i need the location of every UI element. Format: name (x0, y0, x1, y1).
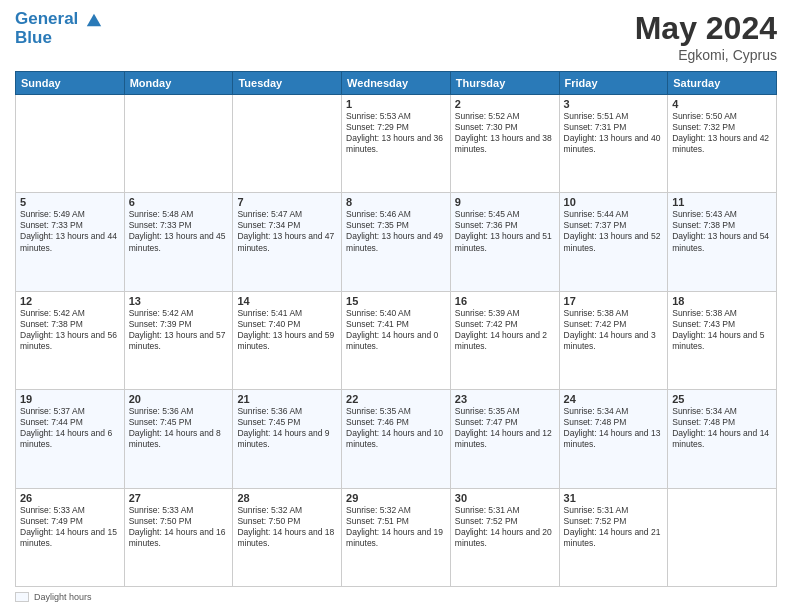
calendar-cell-1-4: 9Sunrise: 5:45 AM Sunset: 7:36 PM Daylig… (450, 193, 559, 291)
calendar-cell-4-4: 30Sunrise: 5:31 AM Sunset: 7:52 PM Dayli… (450, 488, 559, 586)
calendar-cell-2-6: 18Sunrise: 5:38 AM Sunset: 7:43 PM Dayli… (668, 291, 777, 389)
footer: Daylight hours (15, 592, 777, 602)
day-info: Sunrise: 5:43 AM Sunset: 7:38 PM Dayligh… (672, 209, 772, 253)
day-number: 17 (564, 295, 664, 307)
calendar-table: SundayMondayTuesdayWednesdayThursdayFrid… (15, 71, 777, 587)
day-info: Sunrise: 5:31 AM Sunset: 7:52 PM Dayligh… (564, 505, 664, 549)
page: General Blue May 2024 Egkomi, Cyprus Sun… (0, 0, 792, 612)
svg-marker-0 (87, 13, 101, 26)
day-info: Sunrise: 5:31 AM Sunset: 7:52 PM Dayligh… (455, 505, 555, 549)
header: General Blue May 2024 Egkomi, Cyprus (15, 10, 777, 63)
day-info: Sunrise: 5:51 AM Sunset: 7:31 PM Dayligh… (564, 111, 664, 155)
calendar-cell-2-0: 12Sunrise: 5:42 AM Sunset: 7:38 PM Dayli… (16, 291, 125, 389)
calendar-cell-4-2: 28Sunrise: 5:32 AM Sunset: 7:50 PM Dayli… (233, 488, 342, 586)
calendar-cell-0-3: 1Sunrise: 5:53 AM Sunset: 7:29 PM Daylig… (342, 95, 451, 193)
day-info: Sunrise: 5:47 AM Sunset: 7:34 PM Dayligh… (237, 209, 337, 253)
day-number: 10 (564, 196, 664, 208)
calendar-cell-3-4: 23Sunrise: 5:35 AM Sunset: 7:47 PM Dayli… (450, 390, 559, 488)
calendar-cell-1-6: 11Sunrise: 5:43 AM Sunset: 7:38 PM Dayli… (668, 193, 777, 291)
day-info: Sunrise: 5:33 AM Sunset: 7:50 PM Dayligh… (129, 505, 229, 549)
day-info: Sunrise: 5:37 AM Sunset: 7:44 PM Dayligh… (20, 406, 120, 450)
week-row-2: 12Sunrise: 5:42 AM Sunset: 7:38 PM Dayli… (16, 291, 777, 389)
calendar-cell-2-1: 13Sunrise: 5:42 AM Sunset: 7:39 PM Dayli… (124, 291, 233, 389)
day-number: 15 (346, 295, 446, 307)
calendar-cell-2-4: 16Sunrise: 5:39 AM Sunset: 7:42 PM Dayli… (450, 291, 559, 389)
calendar-cell-2-5: 17Sunrise: 5:38 AM Sunset: 7:42 PM Dayli… (559, 291, 668, 389)
day-info: Sunrise: 5:40 AM Sunset: 7:41 PM Dayligh… (346, 308, 446, 352)
day-number: 6 (129, 196, 229, 208)
day-info: Sunrise: 5:32 AM Sunset: 7:50 PM Dayligh… (237, 505, 337, 549)
day-number: 23 (455, 393, 555, 405)
day-info: Sunrise: 5:33 AM Sunset: 7:49 PM Dayligh… (20, 505, 120, 549)
day-info: Sunrise: 5:49 AM Sunset: 7:33 PM Dayligh… (20, 209, 120, 253)
day-info: Sunrise: 5:35 AM Sunset: 7:47 PM Dayligh… (455, 406, 555, 450)
day-number: 16 (455, 295, 555, 307)
day-number: 2 (455, 98, 555, 110)
day-info: Sunrise: 5:38 AM Sunset: 7:42 PM Dayligh… (564, 308, 664, 352)
day-info: Sunrise: 5:42 AM Sunset: 7:38 PM Dayligh… (20, 308, 120, 352)
calendar-cell-4-1: 27Sunrise: 5:33 AM Sunset: 7:50 PM Dayli… (124, 488, 233, 586)
day-number: 3 (564, 98, 664, 110)
day-number: 21 (237, 393, 337, 405)
day-number: 29 (346, 492, 446, 504)
day-number: 8 (346, 196, 446, 208)
calendar-cell-1-3: 8Sunrise: 5:46 AM Sunset: 7:35 PM Daylig… (342, 193, 451, 291)
day-info: Sunrise: 5:45 AM Sunset: 7:36 PM Dayligh… (455, 209, 555, 253)
month-title: May 2024 (635, 10, 777, 47)
day-info: Sunrise: 5:34 AM Sunset: 7:48 PM Dayligh… (564, 406, 664, 450)
calendar-cell-1-5: 10Sunrise: 5:44 AM Sunset: 7:37 PM Dayli… (559, 193, 668, 291)
day-number: 11 (672, 196, 772, 208)
day-number: 7 (237, 196, 337, 208)
calendar-cell-2-2: 14Sunrise: 5:41 AM Sunset: 7:40 PM Dayli… (233, 291, 342, 389)
weekday-saturday: Saturday (668, 72, 777, 95)
day-info: Sunrise: 5:32 AM Sunset: 7:51 PM Dayligh… (346, 505, 446, 549)
day-number: 25 (672, 393, 772, 405)
week-row-1: 5Sunrise: 5:49 AM Sunset: 7:33 PM Daylig… (16, 193, 777, 291)
logo-general: General (15, 9, 78, 28)
week-row-3: 19Sunrise: 5:37 AM Sunset: 7:44 PM Dayli… (16, 390, 777, 488)
calendar-cell-0-5: 3Sunrise: 5:51 AM Sunset: 7:31 PM Daylig… (559, 95, 668, 193)
day-info: Sunrise: 5:42 AM Sunset: 7:39 PM Dayligh… (129, 308, 229, 352)
day-info: Sunrise: 5:34 AM Sunset: 7:48 PM Dayligh… (672, 406, 772, 450)
weekday-header-row: SundayMondayTuesdayWednesdayThursdayFrid… (16, 72, 777, 95)
weekday-friday: Friday (559, 72, 668, 95)
day-info: Sunrise: 5:41 AM Sunset: 7:40 PM Dayligh… (237, 308, 337, 352)
calendar-cell-0-2 (233, 95, 342, 193)
calendar-cell-3-6: 25Sunrise: 5:34 AM Sunset: 7:48 PM Dayli… (668, 390, 777, 488)
day-info: Sunrise: 5:38 AM Sunset: 7:43 PM Dayligh… (672, 308, 772, 352)
calendar-cell-0-0 (16, 95, 125, 193)
calendar-cell-3-5: 24Sunrise: 5:34 AM Sunset: 7:48 PM Dayli… (559, 390, 668, 488)
calendar-cell-4-3: 29Sunrise: 5:32 AM Sunset: 7:51 PM Dayli… (342, 488, 451, 586)
logo-icon (85, 11, 103, 29)
calendar-cell-3-3: 22Sunrise: 5:35 AM Sunset: 7:46 PM Dayli… (342, 390, 451, 488)
calendar-cell-1-1: 6Sunrise: 5:48 AM Sunset: 7:33 PM Daylig… (124, 193, 233, 291)
day-number: 31 (564, 492, 664, 504)
calendar-cell-2-3: 15Sunrise: 5:40 AM Sunset: 7:41 PM Dayli… (342, 291, 451, 389)
week-row-4: 26Sunrise: 5:33 AM Sunset: 7:49 PM Dayli… (16, 488, 777, 586)
day-number: 5 (20, 196, 120, 208)
day-number: 12 (20, 295, 120, 307)
day-number: 26 (20, 492, 120, 504)
daylight-label: Daylight hours (34, 592, 92, 602)
day-info: Sunrise: 5:35 AM Sunset: 7:46 PM Dayligh… (346, 406, 446, 450)
day-info: Sunrise: 5:39 AM Sunset: 7:42 PM Dayligh… (455, 308, 555, 352)
day-number: 22 (346, 393, 446, 405)
week-row-0: 1Sunrise: 5:53 AM Sunset: 7:29 PM Daylig… (16, 95, 777, 193)
calendar-cell-0-4: 2Sunrise: 5:52 AM Sunset: 7:30 PM Daylig… (450, 95, 559, 193)
weekday-tuesday: Tuesday (233, 72, 342, 95)
weekday-wednesday: Wednesday (342, 72, 451, 95)
weekday-sunday: Sunday (16, 72, 125, 95)
day-info: Sunrise: 5:52 AM Sunset: 7:30 PM Dayligh… (455, 111, 555, 155)
calendar-cell-3-2: 21Sunrise: 5:36 AM Sunset: 7:45 PM Dayli… (233, 390, 342, 488)
calendar-cell-4-5: 31Sunrise: 5:31 AM Sunset: 7:52 PM Dayli… (559, 488, 668, 586)
calendar-cell-0-6: 4Sunrise: 5:50 AM Sunset: 7:32 PM Daylig… (668, 95, 777, 193)
day-info: Sunrise: 5:53 AM Sunset: 7:29 PM Dayligh… (346, 111, 446, 155)
day-number: 18 (672, 295, 772, 307)
day-info: Sunrise: 5:48 AM Sunset: 7:33 PM Dayligh… (129, 209, 229, 253)
day-number: 19 (20, 393, 120, 405)
day-number: 9 (455, 196, 555, 208)
weekday-monday: Monday (124, 72, 233, 95)
calendar-cell-3-1: 20Sunrise: 5:36 AM Sunset: 7:45 PM Dayli… (124, 390, 233, 488)
location-title: Egkomi, Cyprus (635, 47, 777, 63)
calendar-cell-1-2: 7Sunrise: 5:47 AM Sunset: 7:34 PM Daylig… (233, 193, 342, 291)
